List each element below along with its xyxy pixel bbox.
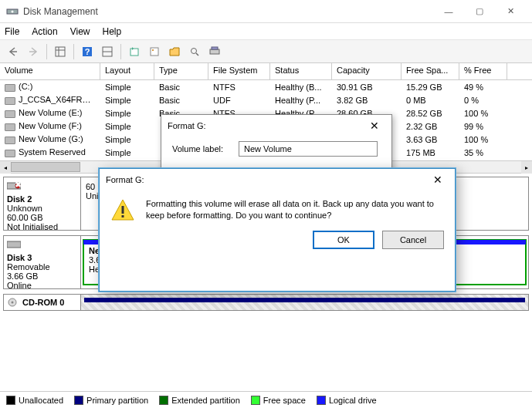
svg-text:?: ? [85,47,90,56]
minimize-button[interactable]: — [433,1,464,22]
removable-icon [7,239,77,251]
disk-type: Removable [7,262,77,271]
dialog-title: Format G: [106,175,144,184]
search-icon[interactable] [186,43,203,60]
scroll-thumb[interactable] [11,162,80,172]
format-confirm-dialog[interactable]: Format G: ✕ Formatting this volume will … [99,168,456,292]
close-icon[interactable]: ✕ [427,174,449,186]
disk-bar[interactable] [81,295,528,310]
properties-icon[interactable] [146,43,163,60]
disk-name: CD-ROM 0 [22,298,64,307]
disk-name: Disk 3 [7,253,77,262]
menu-action[interactable]: Action [32,26,57,37]
col-layout[interactable]: Layout [100,63,154,79]
menu-help[interactable]: Help [103,26,122,37]
swatch-freespace [251,396,260,405]
cdrom-icon [7,298,19,307]
disk-info: CD-ROM 0 [4,295,81,310]
table-row[interactable]: J_CCSA_X64FRE_E...SimpleBasicUDFHealthy … [0,93,532,106]
disk-info: ✖ Disk 2 Unknown 60.00 GB Not Initialise… [4,177,81,230]
menubar: File Action View Help [0,23,532,40]
dialog-titlebar[interactable]: Format G: ✕ [100,169,455,191]
swatch-logical [317,396,326,405]
col-volume[interactable]: Volume [0,63,100,79]
open-icon[interactable] [166,43,183,60]
ok-button[interactable]: OK [313,231,374,249]
disk-type-icon: ✖ [7,180,77,193]
dialog-message: Formatting this volume will erase all da… [146,198,444,223]
svg-rect-9 [130,49,138,56]
svg-rect-22 [122,206,124,214]
svg-rect-14 [210,49,219,54]
close-button[interactable]: ✕ [495,1,526,22]
view-list-icon[interactable] [52,43,69,60]
toolbar: ? [0,40,532,63]
help-icon[interactable]: ? [79,43,96,60]
volume-grid-header: Volume Layout Type File System Status Ca… [0,63,532,80]
svg-rect-2 [56,47,65,56]
titlebar[interactable]: Disk Management — ▢ ✕ [0,0,532,23]
svg-rect-10 [151,48,158,56]
svg-rect-15 [212,47,218,49]
svg-line-13 [196,53,198,56]
table-row[interactable]: (C:)SimpleBasicNTFSHealthy (B...30.91 GB… [0,80,532,93]
close-icon[interactable]: ✕ [364,120,385,132]
cancel-button[interactable]: Cancel [382,231,444,249]
scroll-right-arrow[interactable]: ▸ [521,161,532,174]
disk-status: Not Initialised [7,222,77,231]
col-capacity[interactable]: Capacity [332,63,402,79]
legend: Unallocated Primary partition Extended p… [0,391,532,408]
scroll-left-arrow[interactable]: ◂ [0,161,11,174]
svg-point-1 [12,10,14,12]
maximize-button[interactable]: ▢ [464,1,495,22]
format-dialog[interactable]: Format G: ✕ Volume label: [161,114,392,176]
menu-view[interactable]: View [70,26,90,37]
disk-size: 3.66 GB [7,271,77,281]
col-filesystem[interactable]: File System [208,63,270,79]
disk-info: Disk 3 Removable 3.66 GB Online [4,236,81,288]
dialog-title: Format G: [168,121,206,130]
svg-point-21 [12,302,14,304]
col-status[interactable]: Status [270,63,332,79]
swatch-unallocated [6,396,15,405]
forward-button[interactable] [25,43,42,60]
volume-label-text: Volume label: [172,144,223,153]
col-freespace[interactable]: Free Spa... [402,63,459,79]
app-icon [6,5,19,18]
disk-name: Disk 2 [7,194,77,204]
disk-size: 60.00 GB [7,213,77,222]
svg-text:✖: ✖ [15,180,22,189]
svg-point-11 [152,49,154,51]
svg-point-12 [191,48,197,53]
view-detail-icon[interactable] [99,43,116,60]
menu-file[interactable]: File [5,26,19,37]
window-title: Disk Management [23,6,433,17]
disk-row-cdrom[interactable]: CD-ROM 0 [3,294,529,311]
swatch-extended [159,396,168,405]
svg-rect-23 [122,215,124,217]
swatch-primary [74,396,83,405]
disk-icon[interactable] [206,43,223,60]
svg-rect-19 [7,241,21,248]
dialog-titlebar[interactable]: Format G: ✕ [161,115,391,137]
warning-icon [110,198,135,223]
refresh-icon[interactable] [126,43,143,60]
back-button[interactable] [5,43,22,60]
volume-label-input[interactable] [239,141,378,157]
col-type[interactable]: Type [154,63,208,79]
disk-type: Unknown [7,204,77,213]
disk-status: Online [7,281,77,290]
col-pctfree[interactable]: % Free [459,63,507,79]
